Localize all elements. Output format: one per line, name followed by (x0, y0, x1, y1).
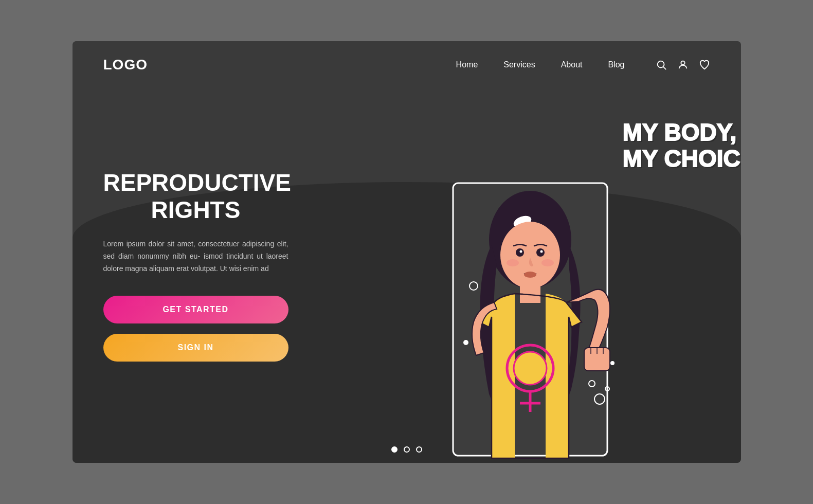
svg-point-12 (524, 272, 536, 278)
nav-services[interactable]: Services (503, 60, 535, 69)
slide-indicators (391, 446, 422, 453)
header: LOGO Home Services About Blog (73, 41, 741, 88)
logo: LOGO (103, 57, 148, 73)
svg-point-8 (516, 248, 524, 257)
indicator-2[interactable] (404, 446, 410, 453)
woman-illustration (432, 173, 628, 463)
svg-point-13 (507, 259, 519, 266)
svg-point-6 (500, 222, 560, 289)
main-title: REPRODUCTIVE RIGHTS (103, 169, 288, 224)
main-content: REPRODUCTIVE RIGHTS Lorem ipsum dolor si… (73, 88, 741, 463)
svg-point-10 (519, 250, 522, 253)
indicator-3[interactable] (416, 446, 422, 453)
svg-point-2 (681, 61, 684, 65)
hero-description: Lorem ipsum dolor sit amet, consectetuer… (103, 238, 288, 275)
sign-in-button[interactable]: SIGN IN (103, 334, 288, 362)
svg-point-18 (514, 352, 547, 385)
nav-home[interactable]: Home (456, 60, 478, 69)
heart-icon[interactable] (699, 59, 710, 70)
navigation: Home Services About Blog (456, 60, 625, 69)
slogan-line2: MY CHOICE (623, 146, 741, 172)
slogan-line1: MY BODY, (623, 119, 741, 146)
indicator-1[interactable] (391, 446, 398, 453)
get-started-button[interactable]: GET STARTED (103, 296, 288, 323)
user-icon[interactable] (677, 59, 689, 70)
svg-point-28 (463, 340, 468, 345)
svg-line-1 (663, 67, 666, 69)
svg-point-29 (610, 361, 615, 365)
illustration-area: MY BODY, MY CHOICE (319, 88, 741, 463)
left-section: REPRODUCTIVE RIGHTS Lorem ipsum dolor si… (73, 88, 319, 463)
svg-point-11 (540, 250, 543, 253)
svg-point-0 (657, 61, 664, 68)
nav-about[interactable]: About (561, 60, 583, 69)
svg-point-9 (536, 248, 545, 257)
slogan-text: MY BODY, MY CHOICE (623, 119, 741, 171)
page-container: LOGO Home Services About Blog (73, 41, 741, 463)
nav-blog[interactable]: Blog (608, 60, 624, 69)
header-icons (656, 59, 710, 70)
svg-point-14 (541, 259, 554, 266)
woman-svg (432, 173, 628, 461)
search-icon[interactable] (656, 59, 667, 70)
